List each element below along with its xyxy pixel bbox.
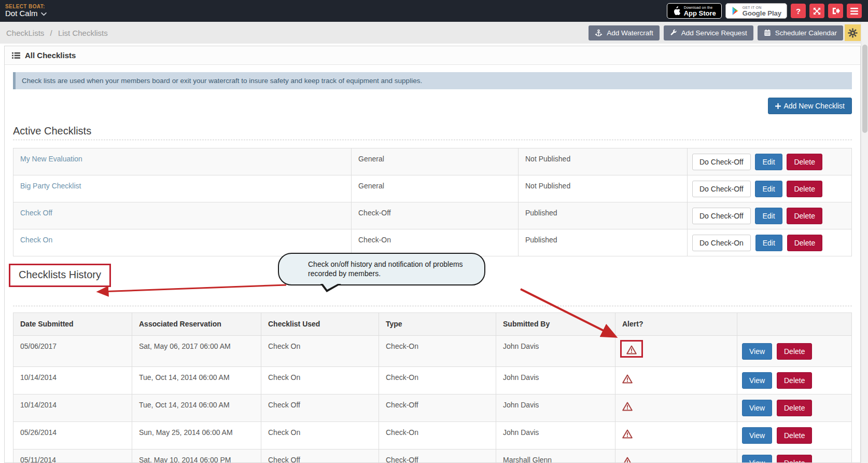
date-submitted: 05/26/2014 — [13, 422, 132, 450]
boat-selector[interactable]: SELECT BOAT: Dot Calm — [5, 4, 47, 18]
checklist-type: Check-On — [352, 229, 519, 256]
checklist-type: Check-Off — [379, 450, 496, 463]
info-alert: Check lists are used when your members b… — [13, 72, 852, 89]
view-button[interactable]: View — [742, 400, 772, 416]
checklist-status: Published — [519, 202, 688, 229]
chevron-down-icon — [41, 12, 47, 16]
add-service-request-button[interactable]: Add Service Request — [664, 25, 753, 40]
list-icon — [12, 52, 20, 59]
table-row: My New Evaluation General Not Published … — [13, 148, 852, 175]
app-store-label: App Store — [684, 10, 716, 17]
checklist-link[interactable]: My New Evaluation — [20, 155, 82, 163]
breadcrumb-section-link[interactable]: CheckLists — [6, 29, 44, 37]
scrollbar-track[interactable] — [861, 22, 868, 463]
checklist-type: Check-Off — [379, 394, 496, 422]
annotation-callout: Check on/off history and notification of… — [278, 253, 485, 285]
do-checkoff-button[interactable]: Do Check-Off — [692, 154, 751, 170]
delete-button[interactable]: Delete — [777, 455, 812, 463]
date-submitted: 10/14/2014 — [13, 394, 132, 422]
app-store-badge[interactable]: Download on the App Store — [667, 3, 722, 19]
checklist-type: Check-On — [379, 336, 496, 367]
add-service-request-label: Add Service Request — [681, 29, 747, 37]
table-row: Big Party Checklist General Not Publishe… — [13, 175, 852, 202]
delete-button[interactable]: Delete — [787, 208, 822, 224]
active-checklists-heading: Active Checklists — [13, 125, 852, 137]
add-new-checklist-label: Add New Checklist — [784, 102, 845, 110]
apple-icon — [673, 6, 681, 16]
checklist-link[interactable]: Check On — [20, 236, 52, 244]
add-watercraft-button[interactable]: Add Watercraft — [589, 25, 660, 40]
warning-icon — [622, 428, 633, 439]
associated-reservation: Tue, Oct 14, 2014 06:00 AM — [132, 394, 261, 422]
table-row: 05/26/2014 Sun, May 25, 2014 06:00 AM Ch… — [13, 422, 852, 450]
table-row: 05/11/2014 Sat, May 10, 2014 06:00 PM Ch… — [13, 450, 852, 463]
submitted-by: Marshall Glenn — [496, 450, 615, 463]
view-button[interactable]: View — [742, 343, 772, 360]
annotation-callout-text: Check on/off history and notification of… — [279, 260, 484, 278]
delete-button[interactable]: Delete — [787, 181, 822, 197]
submitted-by: John Davis — [496, 422, 615, 450]
breadcrumb-current-page: List Checklists — [58, 29, 108, 37]
google-play-badge[interactable]: GET IT ON Google Play — [725, 3, 787, 19]
view-button[interactable]: View — [742, 427, 772, 444]
anchor-icon — [595, 29, 603, 37]
do-checkon-button[interactable]: Do Check-On — [692, 235, 751, 251]
edit-button[interactable]: Edit — [755, 208, 782, 224]
expand-arrows-icon — [813, 7, 821, 15]
checklist-used: Check Off — [261, 450, 379, 463]
breadcrumb: CheckLists / List Checklists — [6, 29, 108, 37]
google-play-label: Google Play — [743, 10, 781, 17]
checklist-type: Check-On — [379, 367, 496, 394]
gear-icon — [848, 28, 858, 38]
checklist-type: Check-On — [379, 422, 496, 450]
view-button[interactable]: View — [742, 372, 772, 389]
help-button[interactable]: ? — [791, 4, 806, 18]
warning-icon — [626, 344, 637, 355]
add-new-checklist-button[interactable]: Add New Checklist — [768, 98, 852, 114]
checklist-status: Not Published — [519, 175, 688, 202]
wrench-icon — [670, 29, 677, 36]
logout-button[interactable] — [828, 4, 843, 18]
table-row: 10/14/2014 Tue, Oct 14, 2014 06:00 AM Ch… — [13, 394, 852, 422]
date-submitted: 05/06/2017 — [13, 336, 132, 367]
associated-reservation: Tue, Oct 14, 2014 06:00 AM — [132, 367, 261, 394]
table-row: 05/06/2017 Sat, May 06, 2017 06:00 AM Ch… — [13, 336, 852, 367]
table-row: Check Off Check-Off Published Do Check-O… — [13, 202, 852, 229]
edit-button[interactable]: Edit — [755, 181, 782, 197]
panel-title: All Checklists — [25, 51, 76, 60]
do-checkoff-button[interactable]: Do Check-Off — [692, 181, 751, 197]
settings-button[interactable] — [845, 24, 861, 41]
checklist-link[interactable]: Check Off — [20, 209, 52, 217]
associated-reservation: Sat, May 06, 2017 06:00 AM — [132, 336, 261, 367]
table-row: 10/14/2014 Tue, Oct 14, 2014 06:00 AM Ch… — [13, 367, 852, 394]
delete-button[interactable]: Delete — [777, 343, 812, 360]
scrollbar-thumb[interactable] — [862, 45, 867, 133]
menu-button[interactable] — [847, 4, 862, 18]
edit-button[interactable]: Edit — [755, 154, 782, 170]
warning-icon — [622, 401, 633, 411]
col-submitted-by: Submitted By — [496, 313, 615, 336]
submitted-by: John Davis — [496, 336, 615, 367]
delete-button[interactable]: Delete — [777, 427, 812, 444]
scheduler-calendar-button[interactable]: Scheduler Calendar — [758, 25, 843, 40]
checklist-used: Check On — [261, 336, 379, 367]
delete-button[interactable]: Delete — [787, 154, 822, 170]
menu-icon — [850, 8, 858, 15]
delete-button[interactable]: Delete — [777, 400, 812, 416]
edit-button[interactable]: Edit — [755, 235, 782, 251]
checklist-type: General — [352, 148, 519, 175]
delete-button[interactable]: Delete — [777, 372, 812, 389]
checklist-status: Published — [519, 229, 688, 256]
calendar-icon — [764, 29, 771, 36]
associated-reservation: Sun, May 25, 2014 06:00 AM — [132, 422, 261, 450]
checklist-link[interactable]: Big Party Checklist — [20, 182, 81, 190]
submitted-by: John Davis — [496, 394, 615, 422]
table-row: Check On Check-On Published Do Check-On … — [13, 229, 852, 256]
delete-button[interactable]: Delete — [787, 235, 822, 251]
submitted-by: John Davis — [496, 367, 615, 394]
do-checkoff-button[interactable]: Do Check-Off — [692, 208, 751, 224]
fullscreen-button[interactable] — [809, 4, 824, 18]
warning-icon — [622, 456, 633, 463]
table-header-row: Date Submitted Associated Reservation Ch… — [13, 313, 852, 336]
view-button[interactable]: View — [742, 455, 772, 463]
